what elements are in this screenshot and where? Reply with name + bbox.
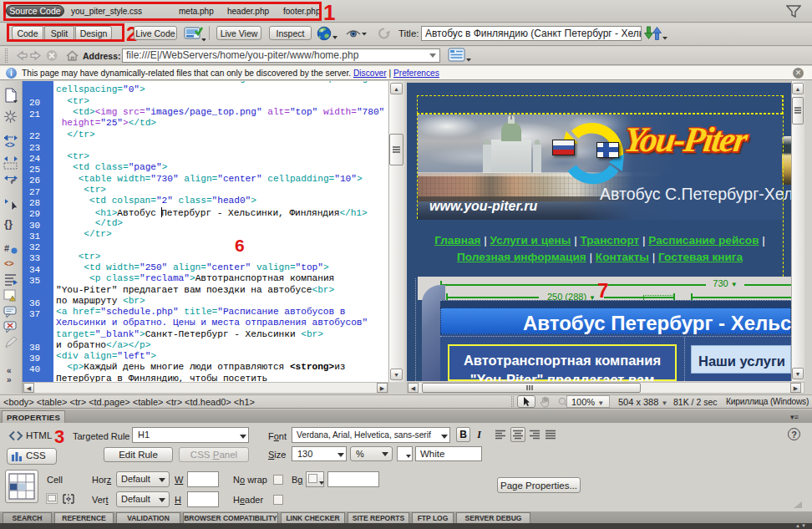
svg-text:<>: <>: [5, 140, 15, 150]
svg-text:<>: <>: [4, 259, 14, 268]
svg-text:{}: {}: [4, 217, 13, 230]
svg-text:#: #: [4, 243, 9, 253]
